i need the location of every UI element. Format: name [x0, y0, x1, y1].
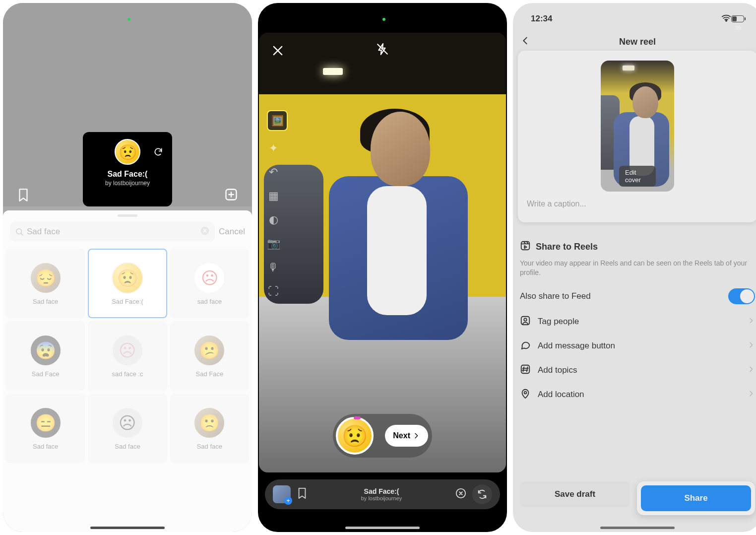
next-button[interactable]: Next [385, 425, 428, 447]
effect-result[interactable]: 😑 Sad face [6, 394, 85, 463]
chevron-right-icon [747, 390, 755, 400]
sheet-grabber[interactable] [118, 214, 137, 217]
chevron-right-icon [747, 341, 755, 351]
status-bar: 12:34 39 [513, 13, 756, 25]
effect-thumbnail: ☹ [112, 407, 143, 439]
bookmark-button[interactable] [17, 188, 30, 204]
flash-off-icon[interactable] [376, 43, 389, 58]
ceiling-light [323, 68, 343, 75]
effect-result-selected[interactable]: 😟 Sad Face:( [88, 249, 167, 318]
hash-icon [520, 364, 531, 377]
feed-toggle[interactable] [728, 288, 755, 304]
nav-title: New reel [619, 37, 656, 47]
wifi-icon [721, 14, 731, 24]
effect-result[interactable]: 🙁 Sad face [170, 394, 249, 463]
effect-result[interactable]: ☹ Sad face [88, 394, 167, 463]
edit-cover-button[interactable]: Edit cover [619, 166, 656, 187]
cancel-button[interactable]: Cancel [219, 227, 245, 237]
chat-icon [520, 339, 531, 353]
effect-bottom-bar: Sad Face:( by lostboijourney [265, 479, 500, 509]
effect-thumbnail: 😑 [30, 407, 62, 439]
row-add-location[interactable]: Add location [520, 388, 755, 401]
effect-label: Sad Face [195, 370, 223, 378]
dual-icon[interactable]: ◐ [267, 213, 280, 226]
row-message-button[interactable]: Add message button [520, 339, 755, 353]
save-effect-icon[interactable] [297, 487, 308, 502]
effect-thumbnail: 🙁 [193, 407, 225, 439]
svg-rect-8 [521, 365, 530, 374]
effect-preview-card: 😟 Sad Face:( by lostboijourney [83, 132, 172, 206]
battery-percent: 39 [735, 25, 741, 31]
clear-search-icon[interactable] [200, 226, 210, 238]
effect-thumbnail: ☹ [112, 334, 143, 366]
search-input[interactable]: Sad face [10, 222, 215, 242]
effect-label: Sad face [115, 443, 140, 450]
svg-point-4 [726, 20, 727, 21]
gallery-button[interactable] [273, 485, 291, 503]
cover-preview[interactable]: Edit cover [601, 61, 674, 192]
share-to-reels-desc: Your video may appear in Reels and can b… [520, 259, 755, 277]
effect-label: Sad face [33, 298, 58, 305]
add-effect-button[interactable] [224, 188, 238, 203]
reels-icon [520, 240, 531, 254]
compose-card: Edit cover Write a caption... [518, 51, 756, 222]
home-indicator[interactable] [345, 527, 420, 529]
share-button[interactable]: Share [641, 485, 751, 511]
sad-face-icon: 😟 [115, 139, 140, 165]
person-figure [309, 112, 482, 464]
effect-result[interactable]: ☹ sad face [170, 249, 249, 318]
effect-result[interactable]: 😨 Sad Face [6, 321, 85, 391]
chevron-right-icon [747, 365, 755, 376]
effect-label: Sad face [197, 443, 222, 450]
effect-label: sad face :c [112, 370, 143, 378]
mic-icon[interactable]: 🎙 [267, 261, 280, 274]
row-label: Add topics [538, 365, 577, 375]
svg-point-9 [524, 392, 527, 394]
save-draft-button[interactable]: Save draft [520, 481, 630, 507]
location-icon [520, 388, 531, 401]
person-icon [520, 315, 531, 329]
camera-icon[interactable]: 📷 [267, 237, 280, 250]
status-time: 12:34 [531, 14, 552, 24]
home-indicator[interactable] [600, 527, 675, 529]
caption-input[interactable]: Write a caption... [527, 200, 748, 208]
effect-thumbnail: 😨 [30, 334, 62, 366]
row-add-topics[interactable]: Add topics [520, 364, 755, 377]
selected-effect-bubble[interactable]: 😟 [336, 417, 374, 455]
undo-icon[interactable]: ↶ [267, 166, 280, 179]
effect-title: Sad Face:( [90, 170, 165, 179]
svg-point-1 [16, 229, 22, 234]
share-highlight: Share [637, 481, 755, 515]
back-button[interactable] [520, 35, 531, 49]
effect-result[interactable]: 😕 Sad Face [170, 321, 249, 391]
layout-icon[interactable]: ▦ [267, 190, 280, 202]
current-effect-label[interactable]: Sad Face:( by lostboijourney [314, 487, 449, 501]
last-capture-thumbnail[interactable]: 🖼️ [267, 110, 288, 131]
home-indicator[interactable] [90, 527, 165, 529]
effect-label: Sad face [33, 443, 58, 450]
effect-author: by lostboijourney [90, 180, 165, 187]
flip-camera-button[interactable] [472, 484, 492, 504]
camera-active-indicator [382, 18, 385, 21]
expand-icon[interactable]: ⛶ [267, 285, 280, 298]
sparkle-icon[interactable]: ✦ [267, 142, 280, 155]
share-section: Share to Reels Your video may appear in … [520, 240, 755, 401]
retry-icon[interactable] [153, 147, 163, 159]
close-button[interactable] [271, 44, 285, 60]
share-to-reels-title: Share to Reels [536, 242, 598, 252]
battery-indicator: 39 [731, 15, 744, 22]
screen-new-reel: 12:34 39 New reel Edit cover Write a cap… [513, 3, 756, 532]
row-label: Add message button [538, 341, 615, 351]
effect-thumbnail: 😕 [193, 334, 225, 366]
screen-camera-capture: 🖼️ ✦ ↶ ▦ ◐ 📷 🎙 ⛶ 😟 Next Sad Face:( by lo… [258, 3, 507, 532]
footer-actions: Save draft Share [520, 481, 755, 515]
remove-effect-icon[interactable] [455, 488, 466, 501]
svg-point-7 [524, 318, 527, 321]
effect-result[interactable]: ☹ sad face :c [88, 321, 167, 391]
svg-rect-5 [521, 242, 530, 250]
search-query: Sad face [27, 227, 60, 237]
next-label: Next [393, 431, 410, 440]
row-tag-people[interactable]: Tag people [520, 315, 755, 329]
row-label: Tag people [538, 317, 579, 327]
effect-result[interactable]: 😔 Sad face [6, 249, 85, 318]
